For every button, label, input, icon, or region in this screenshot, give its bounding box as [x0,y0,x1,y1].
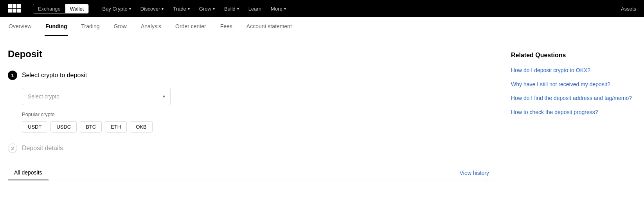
sub-navigation: Overview Funding Trading Grow Analysis O… [0,17,644,36]
chevron-down-icon: ▾ [237,7,239,11]
nav-discover[interactable]: Discover ▾ [137,4,168,13]
step1-number: 1 [8,71,17,80]
svg-rect-4 [17,9,21,13]
subnav-funding[interactable]: Funding [45,17,68,36]
deposit-title: Deposit [8,49,495,60]
nav-build[interactable]: Build ▾ [220,4,243,13]
svg-rect-5 [13,9,16,13]
chevron-down-icon: ▾ [129,7,131,11]
subnav-account-statement[interactable]: Account statement [246,17,293,36]
crypto-btn-btc[interactable]: BTC [80,121,102,133]
step2-label: Deposit details [22,145,63,152]
step2-section: 2 Deposit details [8,144,495,153]
svg-rect-0 [8,4,12,8]
all-deposits-tab[interactable]: All deposits [8,165,49,180]
exchange-toggle-btn[interactable]: Exchange [33,4,65,13]
related-questions-panel: Related Questions How do I deposit crypt… [511,49,636,180]
nav-links: Buy Crypto ▾ Discover ▾ Trade ▾ Grow ▾ B… [98,4,618,13]
chevron-down-icon: ▾ [213,7,215,11]
okx-logo[interactable] [8,4,25,13]
deposit-section: Deposit 1 Select crypto to deposit Selec… [8,49,511,180]
chevron-down-icon: ▾ [284,7,286,11]
popular-crypto-section: Popular crypto USDT USDC BTC ETH OKB [22,111,495,133]
crypto-btn-eth[interactable]: ETH [105,121,127,133]
main-content: Deposit 1 Select crypto to deposit Selec… [0,36,644,180]
subnav-fees[interactable]: Fees [219,17,233,36]
svg-rect-2 [17,4,21,8]
popular-label: Popular crypto [22,111,495,117]
crypto-btn-okb[interactable]: OKB [130,121,152,133]
step1-label: Select crypto to deposit [22,72,87,79]
related-question-3[interactable]: How do I find the deposit address and ta… [511,94,636,102]
subnav-overview[interactable]: Overview [8,17,32,36]
nav-learn[interactable]: Learn [245,4,265,13]
deposits-row: All deposits View history [8,165,495,180]
assets-label[interactable]: Assets [621,6,636,12]
select-crypto-wrapper: Select crypto ▾ [22,88,171,105]
svg-rect-1 [13,4,16,8]
wallet-toggle-btn[interactable]: Wallet [65,4,89,13]
nav-grow[interactable]: Grow ▾ [195,4,219,13]
related-question-1[interactable]: How do I deposit crypto to OKX? [511,67,636,74]
crypto-buttons: USDT USDC BTC ETH OKB [22,121,495,133]
subnav-grow[interactable]: Grow [113,17,128,36]
step2-number: 2 [8,144,17,153]
related-question-2[interactable]: Why have I still not received my deposit… [511,81,636,89]
deposits-tabs: All deposits [8,165,460,180]
chevron-down-icon: ▾ [188,7,190,11]
nav-buy-crypto[interactable]: Buy Crypto ▾ [98,4,135,13]
top-navigation: Exchange Wallet Buy Crypto ▾ Discover ▾ … [0,0,644,17]
deposits-section: All deposits View history [8,165,495,180]
step1-header: 1 Select crypto to deposit [8,71,495,80]
crypto-btn-usdc[interactable]: USDC [50,121,77,133]
related-question-4[interactable]: How to check the deposit progress? [511,109,636,116]
exchange-wallet-toggle: Exchange Wallet [33,4,89,14]
svg-rect-3 [8,9,12,13]
subnav-trading[interactable]: Trading [81,17,101,36]
subnav-order-center[interactable]: Order center [174,17,207,36]
chevron-down-icon: ▾ [162,7,164,11]
nav-trade[interactable]: Trade ▾ [169,4,193,13]
view-history-link[interactable]: View history [460,166,495,180]
select-crypto-input[interactable]: Select crypto [22,88,171,105]
subnav-analysis[interactable]: Analysis [140,17,162,36]
nav-more[interactable]: More ▾ [267,4,290,13]
crypto-btn-usdt[interactable]: USDT [22,121,47,133]
related-questions-title: Related Questions [511,52,636,59]
